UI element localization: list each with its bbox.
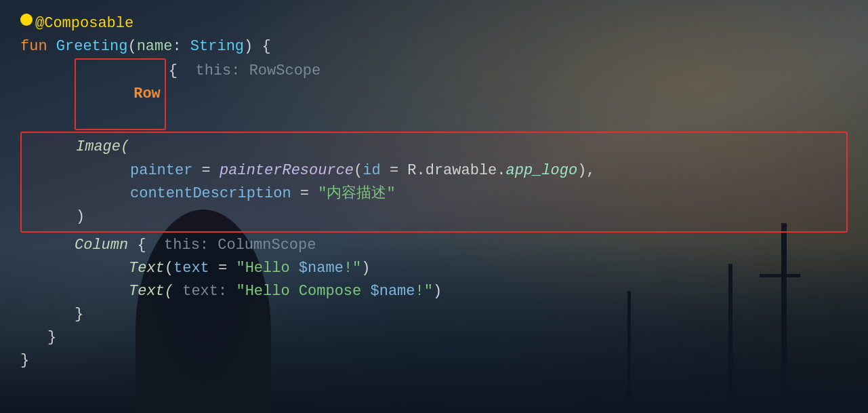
text-fn-1: Text — [129, 257, 165, 280]
image-block: Image( painter = painterResource ( id = … — [20, 132, 848, 232]
text-fn-2: Text( — [129, 280, 173, 303]
annotation-token: @Composable — [35, 12, 133, 35]
content-desc-value: "内容描述" — [318, 182, 395, 205]
id-param: id — [363, 159, 380, 182]
param-name: name — [137, 35, 173, 58]
line-fun: fun Greeting ( name : String ) { — [20, 35, 848, 58]
row-token: Row — [133, 85, 161, 102]
r-drawable: R.drawable. — [407, 159, 505, 182]
line-row-close: } — [20, 326, 848, 349]
line-image-close: ) — [76, 205, 846, 229]
painter-param: painter — [130, 159, 192, 182]
app-logo-token: app_logo — [506, 159, 578, 182]
image-token: Image( — [76, 136, 129, 159]
fun-keyword: fun — [20, 35, 47, 58]
line-text-2: Text( text: "Hello Compose $name !" ) — [20, 280, 848, 303]
content-desc-param: contentDescription — [130, 182, 291, 205]
column-token: Column — [75, 234, 128, 257]
bulb-icon — [20, 14, 33, 26]
line-col-close: } — [20, 303, 848, 326]
code-editor: @Composable fun Greeting ( name : String… — [0, 0, 868, 413]
row-scope-comment: this: RowScope — [195, 60, 321, 83]
line-fun-close: } — [20, 349, 848, 372]
line-content-desc: contentDescription = "内容描述" — [76, 182, 846, 205]
line-annotation: @Composable — [20, 12, 848, 35]
row-highlight-box: Row — [75, 58, 166, 130]
line-row: Row { this: RowScope — [20, 58, 848, 130]
painter-resource-fn: painterResource — [220, 159, 354, 182]
text-param-1: text — [173, 257, 209, 280]
fn-name: Greeting — [56, 35, 128, 58]
type-token: String — [190, 35, 244, 58]
line-column: Column { this: ColumnScope — [20, 234, 848, 257]
col-scope-comment: this: ColumnScope — [164, 234, 316, 257]
close-paren-token: ) — [76, 205, 85, 229]
line-painter: painter = painterResource ( id = R.drawa… — [76, 159, 846, 182]
line-image: Image( — [76, 136, 846, 159]
line-text-1: Text ( text = "Hello $name !" ) — [20, 257, 848, 280]
